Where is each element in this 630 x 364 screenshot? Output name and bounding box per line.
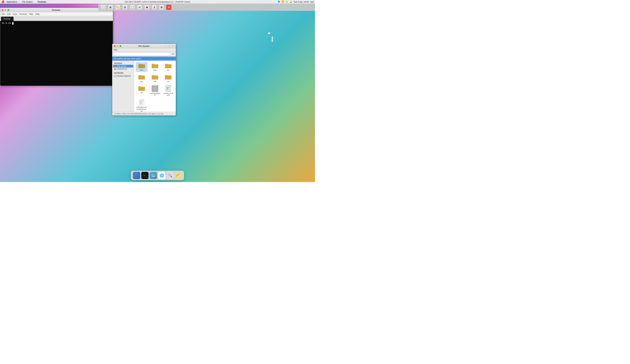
svg-rect-17 [138,87,145,91]
taskbar-item-thunar[interactable]: 🗂 [150,172,157,179]
fs-sidebar-reserved[interactable]: reserved_fs [113,67,133,70]
separator2: · [35,1,35,3]
vnc-replay-btn[interactable]: ↺ [137,5,142,10]
file-item-sbin[interactable]: sbin [136,62,148,72]
taskbar-item-magnifier[interactable]: 🔍 [166,172,174,179]
file-item-license[interactable]: SoftwareLicenseAgreement.txt [136,98,148,112]
fs-search-input[interactable] [114,52,170,56]
file-system-window: File System ─ □ ✕ Help ↻ File system, fi… [112,44,176,116]
vnc-settings-btn[interactable]: ⚙ [159,5,164,10]
terminal-help-menu[interactable]: Help [35,13,40,15]
taskbar-terminal-icon: >_ [144,174,146,177]
terminal-maximize-btn[interactable] [8,9,9,11]
svg-rect-36 [135,174,138,177]
file-item-var[interactable]: var [136,85,148,97]
vnc-autoscale-btn[interactable]: ⊞ [108,5,113,10]
fs-network-section: Network Browse Network [113,72,133,77]
file-item-restoresymtable[interactable]: restoresymtable [149,85,161,97]
vnc-record-btn[interactable]: ⏺ [144,5,150,10]
taskbar-item-terminal[interactable]: >_ [141,172,148,179]
file-system-menu[interactable]: File System [22,1,33,3]
vnc-title: 192.168.2.33:5901 (root's X desktop (ora… [124,0,190,4]
reserved-icon [114,68,117,70]
terminal-title: Terminal - [52,9,61,11]
svg-rect-10 [165,64,168,65]
fs-win-maximize[interactable]: □ [168,45,170,47]
snap-label: snap [153,69,157,71]
file-item-usr[interactable]: usr [162,73,174,83]
desktop-deco-pipe [272,36,273,42]
bluetooth-icon: 🔷 [278,0,280,3]
taskbar-item-browser[interactable]: 🌐 [158,172,165,179]
taskbar-files-icon [134,173,139,178]
terminal-window: Terminal - ─ □ ✕ File Edit View Terminal… [0,8,113,86]
apple-menu[interactable]: 🍎 [2,0,4,3]
fs-maximize-btn[interactable] [120,45,122,47]
file-item-service-config[interactable]: service_config.sh [162,85,174,97]
terminal-content[interactable]: sh-5.1# [0,21,113,86]
svg-rect-7 [152,64,158,68]
macos-menubar: 🍎 Applications · File System · Terminal … [0,0,315,4]
usr-folder-icon [164,74,172,80]
fs-reload-btn[interactable]: ↻ [171,52,175,56]
terminal-file-menu[interactable]: File [2,13,5,15]
fs-title: File System [138,45,150,47]
notification-icon: 🔔 [290,0,292,3]
restoresymtable-label: restoresymtable [150,92,160,96]
desktop-deco-square [268,32,270,34]
taskbar-item-files[interactable] [133,172,140,179]
service-config-label: service_config.sh [163,92,174,96]
taskbar: >_ 🗂 🌐 🔍 📂 [131,171,184,180]
file-item-tmp[interactable]: tmp [149,73,161,83]
taskbar-item-folder[interactable]: 📂 [175,172,182,179]
fs-close-btn[interactable] [114,45,116,47]
restoresymtable-icon [152,85,158,92]
svg-rect-37 [135,174,136,174]
terminal-menu[interactable]: Terminal - [38,1,47,3]
file-item-snap[interactable]: snap [149,62,161,72]
fs-help-menu[interactable]: Help [114,49,117,51]
fs-sidebar: Devices File System reserved_fs [112,61,134,112]
fs-minimize-btn[interactable] [117,45,118,47]
svg-rect-27 [139,99,143,105]
svg-rect-13 [152,76,158,80]
terminal-terminal-menu[interactable]: Terminal [19,13,27,15]
file-item-srv[interactable]: srv [162,62,174,72]
terminal-edit-menu[interactable]: Edit [7,13,10,15]
taskbar-magnifier-icon: 🔍 [168,173,172,178]
file-item-sys[interactable]: sys [136,73,148,83]
vnc-clipboard-btn[interactable]: 📋 [130,5,135,10]
vnc-close-btn[interactable]: ✕ [166,5,171,10]
fs-win-close[interactable]: ✕ [172,45,174,47]
sbin-label: sbin [140,69,143,71]
tmp-folder-icon [151,74,158,80]
fs-sidebar-browse-network[interactable]: Browse Network [113,74,133,77]
vnc-fullscreen-btn[interactable]: ⛶ [100,5,106,10]
vnc-transfer-btn[interactable]: ⊟ [122,5,128,10]
fs-statusbar: 22 folders, 3 files: 43.8 MiB (45963383 … [112,112,176,115]
sys-label: sys [140,80,143,82]
terminal-minimize-btn[interactable] [4,9,6,11]
terminal-cursor [12,22,14,24]
fs-sidebar-filesystem[interactable]: File System [113,65,133,67]
terminal-tabs-menu[interactable]: Tabs [29,13,33,15]
fs-devices-section: Devices File System reserved_fs [113,62,133,70]
svg-rect-19 [166,86,170,91]
sys-folder-icon [138,74,145,80]
fs-network-label: Network [113,72,133,74]
fs-win-minimize[interactable]: ─ [164,45,167,47]
terminal-view-menu[interactable]: View [13,13,17,15]
terminal-tab-1[interactable]: Terminal - [1,16,14,21]
desktop: 🍎 Applications · File System · Terminal … [0,0,315,182]
service-config-icon [166,85,171,92]
fs-menubar: Help [112,48,176,51]
terminal-prompt: sh-5.1# [2,22,112,24]
vnc-info-btn[interactable]: ℹ [152,5,157,10]
var-folder-icon [138,85,145,91]
terminal-close-btn[interactable] [2,9,4,11]
svg-rect-15 [165,76,172,80]
var-label: var [140,92,143,94]
vnc-annotate-btn[interactable]: ✏️ [115,5,120,10]
svg-rect-18 [138,86,141,87]
applications-menu[interactable]: Applications [6,1,17,3]
